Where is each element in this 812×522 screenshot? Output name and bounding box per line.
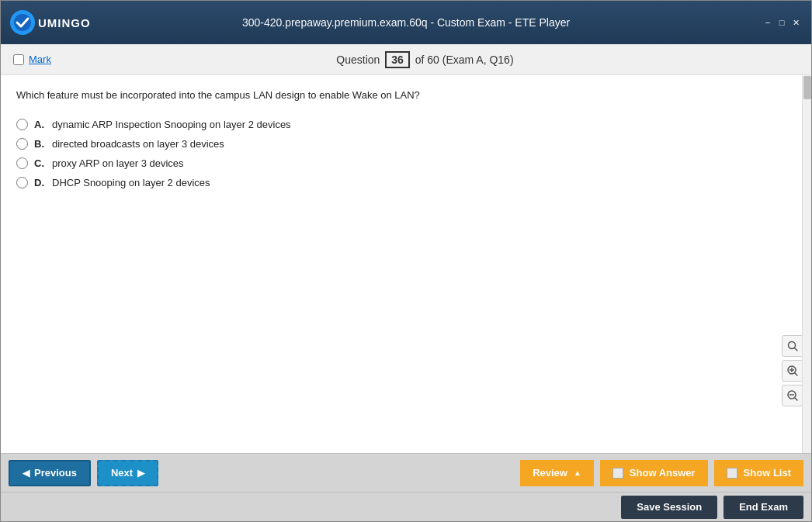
option-d-label: D. bbox=[34, 177, 44, 188]
svg-line-8 bbox=[795, 398, 798, 401]
zoom-in-icon bbox=[786, 365, 799, 377]
scrollbar-thumb[interactable] bbox=[803, 76, 811, 99]
option-a-text: dynamic ARP Inspection Snooping on layer… bbox=[52, 119, 291, 130]
review-label: Review bbox=[533, 467, 567, 479]
svg-line-2 bbox=[795, 348, 798, 351]
close-button[interactable]: ✕ bbox=[789, 16, 802, 29]
prev-chevron-icon: ◀ bbox=[23, 468, 29, 479]
restore-button[interactable]: □ bbox=[776, 16, 788, 29]
option-d[interactable]: D. DHCP Snooping on layer 2 devices bbox=[16, 177, 796, 188]
end-exam-button[interactable]: End Exam bbox=[724, 496, 803, 519]
question-header: Mark Question 36 of 60 (Exam A, Q16) bbox=[1, 44, 811, 75]
window-controls: − □ ✕ bbox=[762, 16, 802, 29]
option-b-text: directed broadcasts on layer 3 devices bbox=[52, 138, 224, 150]
option-b-label: B. bbox=[34, 138, 44, 150]
mark-checkbox[interactable]: Mark bbox=[13, 54, 51, 65]
option-d-radio[interactable] bbox=[16, 177, 28, 188]
show-answer-button[interactable]: Show Answer bbox=[600, 460, 708, 486]
svg-line-4 bbox=[795, 373, 798, 376]
question-label: Question bbox=[336, 54, 380, 66]
review-dropdown-icon: ▲ bbox=[574, 468, 581, 477]
next-label: Next bbox=[111, 467, 133, 479]
option-d-text: DHCP Snooping on layer 2 devices bbox=[52, 177, 210, 188]
question-text: Which feature must be incorporated into … bbox=[16, 88, 796, 103]
option-b[interactable]: B. directed broadcasts on layer 3 device… bbox=[16, 138, 796, 150]
question-of: of 60 (Exam A, Q16) bbox=[415, 54, 514, 66]
bottom-actions: Save Session End Exam bbox=[1, 492, 811, 521]
logo-icon bbox=[10, 10, 35, 35]
show-list-label: Show List bbox=[744, 467, 791, 479]
next-chevron-icon: ▶ bbox=[137, 468, 144, 479]
show-list-button[interactable]: Show List bbox=[714, 460, 803, 486]
bottom-toolbar: ◀ Previous Next ▶ Review ▲ Show Answer S… bbox=[1, 453, 811, 492]
logo: UMINGO bbox=[10, 10, 91, 35]
option-c[interactable]: C. proxy ARP on layer 3 devices bbox=[16, 157, 796, 169]
question-number: 36 bbox=[385, 51, 410, 68]
option-a[interactable]: A. dynamic ARP Inspection Snooping on la… bbox=[16, 119, 796, 130]
previous-label: Previous bbox=[34, 467, 77, 479]
scrollbar[interactable] bbox=[802, 75, 811, 453]
review-button[interactable]: Review ▲ bbox=[520, 460, 594, 486]
side-toolbar bbox=[782, 335, 803, 406]
window-title: 300-420.prepaway.premium.exam.60q - Cust… bbox=[242, 16, 570, 29]
search-icon bbox=[787, 341, 798, 351]
search-tool-button[interactable] bbox=[782, 335, 803, 357]
mark-checkbox-input[interactable] bbox=[13, 54, 24, 65]
previous-button[interactable]: ◀ Previous bbox=[9, 460, 91, 486]
next-button[interactable]: Next ▶ bbox=[97, 460, 158, 486]
show-answer-checkbox-icon bbox=[612, 468, 623, 479]
zoom-out-icon bbox=[786, 389, 799, 402]
option-c-text: proxy ARP on layer 3 devices bbox=[52, 157, 184, 169]
question-number-area: Question 36 of 60 (Exam A, Q16) bbox=[336, 51, 513, 68]
minimize-button[interactable]: − bbox=[762, 16, 774, 29]
main-content: Which feature must be incorporated into … bbox=[1, 75, 811, 453]
option-b-radio[interactable] bbox=[16, 138, 28, 150]
option-a-radio[interactable] bbox=[16, 119, 28, 130]
save-session-button[interactable]: Save Session bbox=[621, 496, 717, 519]
option-c-label: C. bbox=[34, 157, 44, 169]
show-answer-label: Show Answer bbox=[630, 467, 696, 479]
show-list-checkbox-icon bbox=[727, 468, 737, 479]
logo-text: UMINGO bbox=[38, 16, 91, 29]
zoom-in-button[interactable] bbox=[782, 360, 803, 382]
zoom-out-button[interactable] bbox=[782, 385, 803, 406]
option-a-label: A. bbox=[34, 119, 44, 130]
option-c-radio[interactable] bbox=[16, 157, 28, 169]
options-list: A. dynamic ARP Inspection Snooping on la… bbox=[16, 119, 796, 188]
title-bar: UMINGO 300-420.prepaway.premium.exam.60q… bbox=[1, 1, 811, 44]
mark-label[interactable]: Mark bbox=[29, 54, 51, 65]
